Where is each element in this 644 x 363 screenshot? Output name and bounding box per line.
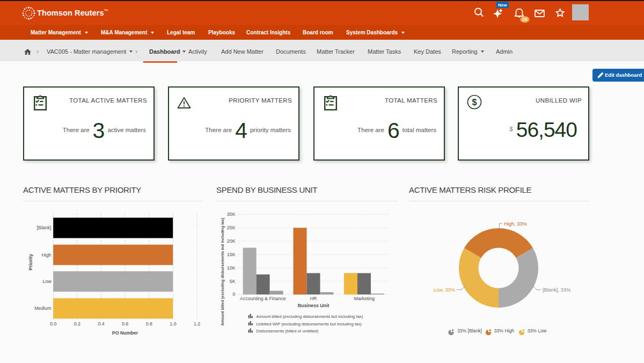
svg-text:20K: 20K xyxy=(227,238,236,244)
svg-text:New: New xyxy=(498,3,507,8)
svg-text:$: $ xyxy=(472,98,477,107)
svg-text:10K: 10K xyxy=(227,265,236,271)
svg-text:20: 20 xyxy=(522,17,528,22)
svg-text:33% Low: 33% Low xyxy=(528,328,547,333)
svg-text:33% High: 33% High xyxy=(494,328,514,333)
svg-text:HR: HR xyxy=(310,296,317,301)
svg-text:Medium: Medium xyxy=(34,306,51,311)
svg-text:0.4: 0.4 xyxy=(98,321,104,326)
svg-text:PO Number: PO Number xyxy=(112,330,138,336)
svg-text:25K: 25K xyxy=(227,225,236,230)
svg-text:Accounting & Finance: Accounting & Finance xyxy=(240,296,286,301)
svg-text:0.0: 0.0 xyxy=(50,321,56,326)
svg-text:33% [Blank]: 33% [Blank] xyxy=(457,328,482,333)
svg-text:5K: 5K xyxy=(230,279,236,284)
svg-text:0.6: 0.6 xyxy=(122,321,128,326)
svg-text:0.8: 0.8 xyxy=(146,321,152,326)
svg-text:Low: Low xyxy=(42,279,52,284)
svg-text:Disbursements (billed or unbil: Disbursements (billed or unbilled) xyxy=(256,329,318,333)
svg-text:Amount billed (excluding disbu: Amount billed (excluding disbursements b… xyxy=(220,217,225,325)
svg-text:[Blank], 33%: [Blank], 33% xyxy=(543,287,570,293)
svg-text:30K: 30K xyxy=(227,212,236,217)
svg-text:Amount billed (excluding disbu: Amount billed (excluding disbursements b… xyxy=(256,314,363,319)
svg-text:0.2: 0.2 xyxy=(74,321,80,326)
svg-text:Low, 33%: Low, 33% xyxy=(434,287,455,293)
svg-text:[Blank]: [Blank] xyxy=(37,225,52,230)
svg-text:15K: 15K xyxy=(227,252,236,257)
svg-text:Priority: Priority xyxy=(28,254,33,271)
svg-text:Marketing: Marketing xyxy=(354,296,375,301)
svg-text:Business Unit: Business Unit xyxy=(298,303,330,308)
svg-text:High, 33%: High, 33% xyxy=(504,221,527,227)
svg-text:High: High xyxy=(41,252,51,258)
svg-text:1.2: 1.2 xyxy=(194,321,200,326)
svg-text:Unbilled WIP (excluding disbur: Unbilled WIP (excluding disbursements bu… xyxy=(256,322,362,326)
svg-text:0: 0 xyxy=(233,292,236,297)
svg-text:1.0: 1.0 xyxy=(170,321,176,326)
